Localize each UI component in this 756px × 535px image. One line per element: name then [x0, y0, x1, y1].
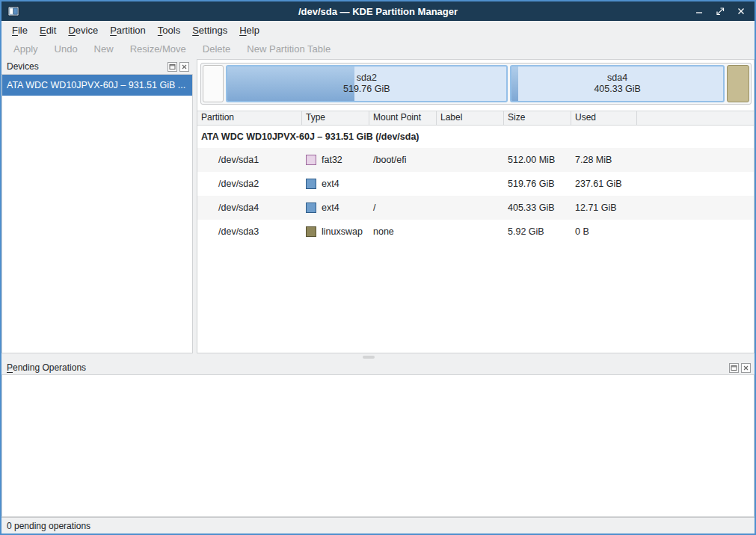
menu-help[interactable]: Help [233, 22, 265, 38]
cell-used: 12.71 GiB [571, 202, 637, 213]
cell-mount-point: / [369, 202, 437, 213]
float-panel-button[interactable] [729, 363, 739, 373]
cell-size: 512.00 MiB [504, 155, 571, 165]
new-button[interactable]: New [86, 43, 122, 55]
fs-type-swatch [306, 179, 316, 189]
cell-type: ext4 [302, 202, 369, 213]
pending-operations-count: 0 pending operations [7, 521, 90, 531]
cell-size: 519.76 GiB [504, 179, 571, 189]
column-header-type[interactable]: Type [302, 111, 369, 125]
titlebar[interactable]: /dev/sda — KDE Partition Manager [1, 1, 755, 21]
partition-segment-sda2[interactable]: sda2519.76 GiB [226, 65, 508, 102]
menubar: File Edit Device Partition Tools Setting… [1, 21, 755, 39]
table-header: Partition Type Mount Point Label Size Us… [197, 111, 754, 126]
used-space-indicator [511, 67, 518, 101]
minimize-button[interactable] [695, 7, 704, 16]
close-button[interactable] [737, 7, 746, 16]
fs-type-label: ext4 [322, 179, 339, 189]
cell-partition: /dev/sda4 [197, 202, 302, 213]
cell-used: 237.61 GiB [571, 179, 637, 189]
close-panel-button[interactable] [741, 363, 751, 373]
column-header-label[interactable]: Label [437, 111, 504, 125]
pending-operations-header: Pending Operations [1, 361, 755, 374]
cell-mount-point: none [369, 226, 437, 237]
cell-used: 7.28 MiB [571, 155, 637, 165]
column-header-filler [637, 111, 754, 125]
toolbar: Apply Undo New Resize/Move Delete New Pa… [1, 39, 755, 59]
window-title: /dev/sda — KDE Partition Manager [1, 6, 755, 17]
partition-segment-sda1[interactable] [203, 65, 224, 102]
close-panel-button[interactable] [179, 62, 189, 72]
cell-partition: /dev/sda2 [197, 179, 302, 189]
device-list-item[interactable]: ATA WDC WD10JPVX-60J – 931.51 GiB ... [2, 75, 192, 96]
fs-type-swatch [306, 226, 316, 237]
content-area: sda2519.76 GiBsda4405.33 GiB Partition T… [197, 59, 755, 353]
float-panel-button[interactable] [168, 62, 177, 72]
partition-segment-label: sda4405.33 GiB [594, 72, 641, 95]
undo-button[interactable]: Undo [46, 43, 86, 55]
devices-panel-header: Devices [1, 59, 193, 74]
column-header-size[interactable]: Size [504, 111, 571, 125]
fs-type-label: ext4 [322, 202, 339, 213]
menu-device[interactable]: Device [62, 22, 104, 38]
cell-size: 405.33 GiB [504, 202, 571, 213]
statusbar: 0 pending operations [1, 517, 755, 534]
main-area: Devices ATA WDC WD10JPVX-60J – 931.51 Gi… [1, 59, 755, 353]
table-row-sda2[interactable]: /dev/sda2 ext4 519.76 GiB 237.61 GiB [197, 172, 754, 196]
column-header-mount-point[interactable]: Mount Point [369, 111, 437, 125]
app-window: /dev/sda — KDE Partition Manager File Ed… [0, 0, 756, 535]
partition-bar: sda2519.76 GiBsda4405.33 GiB [203, 65, 749, 102]
device-list: ATA WDC WD10JPVX-60J – 931.51 GiB ... [1, 74, 193, 353]
new-partition-table-button[interactable]: New Partition Table [239, 43, 339, 55]
cell-mount-point: /boot/efi [369, 155, 437, 165]
cell-type: fat32 [302, 155, 369, 165]
partition-bar-frame: sda2519.76 GiBsda4405.33 GiB [200, 63, 752, 105]
pending-operations-panel: Pending Operations [1, 361, 755, 517]
partition-segment-sda4[interactable]: sda4405.33 GiB [510, 65, 725, 102]
pending-operations-list [1, 374, 755, 517]
used-space-indicator [227, 67, 355, 101]
pending-operations-title: Pending Operations [7, 362, 727, 373]
partition-table: Partition Type Mount Point Label Size Us… [197, 111, 754, 353]
cell-type: ext4 [302, 179, 369, 189]
table-row-sda4[interactable]: /dev/sda4 ext4 / 405.33 GiB 12.71 GiB [197, 196, 754, 220]
window-controls [695, 7, 755, 16]
cell-partition: /dev/sda1 [197, 155, 302, 165]
partition-segment-sda3[interactable] [727, 65, 749, 102]
table-row-sda3[interactable]: /dev/sda3 linuxswap none 5.92 GiB 0 B [197, 220, 754, 244]
menu-settings[interactable]: Settings [186, 22, 233, 38]
column-header-partition[interactable]: Partition [197, 111, 302, 125]
menu-file[interactable]: File [6, 22, 34, 38]
fs-type-label: linuxswap [322, 226, 363, 237]
device-group-label: ATA WDC WD10JPVX-60J – 931.51 GiB (/dev/… [201, 132, 420, 142]
cell-type: linuxswap [302, 226, 369, 237]
fs-type-label: fat32 [322, 155, 342, 165]
menu-partition[interactable]: Partition [104, 22, 152, 38]
column-header-used[interactable]: Used [571, 111, 637, 125]
app-icon [7, 5, 19, 17]
menu-edit[interactable]: Edit [34, 22, 62, 38]
fs-type-swatch [306, 202, 316, 213]
devices-panel-title: Devices [7, 61, 165, 72]
menu-tools[interactable]: Tools [152, 22, 186, 38]
apply-button[interactable]: Apply [5, 43, 46, 55]
fs-type-swatch [306, 155, 316, 165]
cell-size: 5.92 GiB [504, 226, 571, 237]
horizontal-splitter[interactable] [1, 353, 755, 361]
resize-move-button[interactable]: Resize/Move [122, 43, 194, 55]
maximize-restore-button[interactable] [716, 7, 725, 16]
partition-segment-label: sda2519.76 GiB [343, 72, 390, 95]
cell-partition: /dev/sda3 [197, 226, 302, 237]
device-group-row[interactable]: ATA WDC WD10JPVX-60J – 931.51 GiB (/dev/… [197, 126, 754, 148]
table-empty-area [197, 244, 754, 353]
devices-panel: Devices ATA WDC WD10JPVX-60J – 931.51 Gi… [1, 59, 193, 353]
delete-button[interactable]: Delete [194, 43, 239, 55]
cell-used: 0 B [571, 226, 637, 237]
table-row-sda1[interactable]: /dev/sda1 fat32 /boot/efi 512.00 MiB 7.2… [197, 148, 754, 172]
